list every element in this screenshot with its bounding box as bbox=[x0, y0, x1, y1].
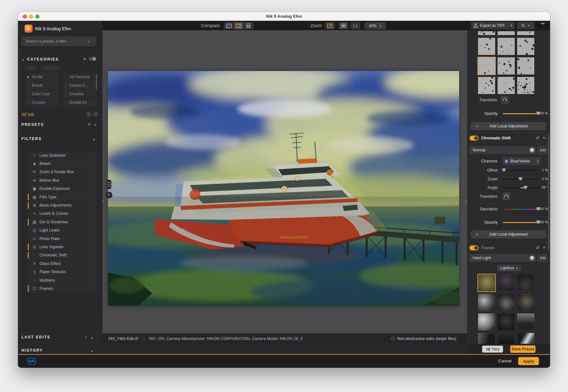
filter-item-film-type[interactable]: ▤Film Type⋮ bbox=[28, 193, 97, 201]
nondestructive-checkbox[interactable] bbox=[391, 337, 395, 341]
kebab-menu-icon[interactable]: ⋮ bbox=[91, 286, 95, 290]
kebab-menu-icon[interactable]: ⋮ bbox=[91, 187, 95, 191]
kebab-menu-icon[interactable]: ⋮ bbox=[55, 75, 59, 79]
category-item[interactable]: ★All Nik⋮ bbox=[25, 73, 60, 81]
kebab-menu-icon[interactable]: ⋮ bbox=[91, 153, 95, 157]
category-scrollbar[interactable] bbox=[96, 74, 97, 90]
search-box[interactable]: ⌕ bbox=[21, 37, 96, 46]
tab-personal[interactable]: Personal bbox=[40, 65, 60, 71]
filter-item-frames[interactable]: ☐Frames⋮ bbox=[28, 284, 97, 293]
history-collapse-icon[interactable]: ▾ bbox=[91, 349, 93, 353]
kebab-menu-icon[interactable]: ⋮ bbox=[55, 92, 59, 96]
control-point[interactable] bbox=[296, 177, 299, 181]
channels-select[interactable]: Blue/Yellow ▲▼ bbox=[503, 158, 541, 165]
apply-button[interactable]: Apply bbox=[518, 357, 539, 365]
filter-item-chromatic-shift[interactable]: ◌Chromatic Shift⋮ bbox=[28, 251, 97, 260]
last-edits-header[interactable]: LAST EDITS bbox=[21, 335, 50, 339]
presets-menu-icon[interactable]: ≡ bbox=[88, 122, 91, 127]
filters-header[interactable]: FILTERS bbox=[21, 137, 42, 141]
dirt-texture-thumbnail[interactable] bbox=[517, 31, 535, 36]
kebab-menu-icon[interactable]: ⋮ bbox=[91, 261, 95, 266]
kebab-menu-icon[interactable]: ⋮ bbox=[91, 203, 95, 208]
kebab-menu-icon[interactable]: ⋮ bbox=[91, 278, 95, 282]
kebab-menu-icon[interactable]: ⋮ bbox=[91, 162, 95, 166]
kebab-menu-icon[interactable]: ⋮ bbox=[91, 253, 95, 257]
frame-thumbnail[interactable] bbox=[497, 313, 515, 331]
frames-blend-amount[interactable]: 100 bbox=[538, 254, 547, 262]
filter-item-glass-effect[interactable]: ‖Glass Effect⋮ bbox=[28, 260, 97, 268]
filter-item-lens-vignette[interactable]: ◎Lens Vignette⋮ bbox=[28, 243, 97, 251]
presets-header[interactable]: PRESETS bbox=[21, 122, 44, 127]
zoom-level-select[interactable]: 40% ▲▼ bbox=[364, 22, 386, 29]
kebab-menu-icon[interactable]: ⋮ bbox=[91, 237, 95, 241]
categories-toggle[interactable] bbox=[89, 57, 96, 61]
dirt-texture-thumbnail[interactable] bbox=[497, 57, 515, 75]
compare-stacked-button[interactable] bbox=[244, 22, 253, 29]
kebab-menu-icon[interactable]: ⋮ bbox=[93, 101, 96, 105]
frame-thumbnail[interactable] bbox=[497, 332, 515, 344]
frames-toggle[interactable] bbox=[470, 245, 479, 250]
kebab-menu-icon[interactable]: ⋮ bbox=[91, 270, 95, 274]
offset-slider[interactable] bbox=[503, 168, 538, 173]
filter-item-bokeh[interactable]: ◈Bokeh⋮ bbox=[28, 160, 97, 168]
reset-filter-icon[interactable]: ↺ bbox=[536, 136, 539, 140]
categories-collapse-icon[interactable]: ▾ bbox=[22, 58, 24, 62]
history-header[interactable]: HISTORY bbox=[21, 348, 43, 353]
export-button[interactable]: Export as TIFF ▼ bbox=[471, 22, 515, 29]
cs-transform-button[interactable] bbox=[503, 193, 510, 200]
chromatic-shift-toggle[interactable] bbox=[470, 136, 479, 141]
kebab-menu-icon[interactable]: ⋮ bbox=[91, 212, 95, 216]
filter-item-levels-curves[interactable]: ∿Levels & Curves⋮ bbox=[28, 210, 97, 218]
presets-collapse-icon[interactable]: ▾ bbox=[94, 123, 96, 127]
category-item[interactable]: ▪Creative⋮ bbox=[62, 90, 98, 98]
dirt-texture-thumbnail[interactable] bbox=[497, 76, 515, 95]
remove-filter-icon[interactable]: × bbox=[543, 135, 545, 140]
add-local-adjustment-button[interactable]: +Add Local Adjustment bbox=[471, 122, 546, 130]
filter-item-zoom-rotate-blur[interactable]: ↻Zoom & Rotate Blur⋮ bbox=[28, 168, 97, 176]
filter-item-basic-adjustments[interactable]: ≣Basic Adjustments⋮ bbox=[28, 201, 97, 209]
collapse-panel-button[interactable]: ⌃ bbox=[540, 23, 545, 28]
remove-filter-icon[interactable]: × bbox=[543, 245, 545, 250]
category-item[interactable]: ▪All Personal⋮ bbox=[62, 73, 98, 81]
dirt-texture-thumbnail[interactable] bbox=[497, 31, 515, 36]
dirt-texture-thumbnail[interactable] bbox=[477, 37, 496, 56]
control-point-selected[interactable] bbox=[282, 186, 287, 191]
kebab-menu-icon[interactable]: ⋮ bbox=[91, 195, 95, 199]
kebab-menu-icon[interactable]: ⋮ bbox=[91, 245, 95, 249]
category-item[interactable]: ▪Bokeh⋮ bbox=[25, 81, 60, 90]
reset-filter-icon[interactable]: ↺ bbox=[536, 245, 539, 250]
dirt-texture-thumbnail[interactable] bbox=[497, 37, 515, 56]
frame-thumbnail[interactable] bbox=[517, 293, 535, 312]
tab-nik[interactable]: Nik bbox=[25, 65, 37, 71]
frame-thumbnail[interactable] bbox=[497, 274, 515, 292]
frame-thumbnail[interactable] bbox=[477, 293, 496, 312]
rotate-tool-icon[interactable]: ↻ bbox=[106, 192, 112, 198]
filter-item-photo-plate[interactable]: ▭Photo Plate⋮ bbox=[28, 235, 97, 243]
zoom-slider[interactable] bbox=[503, 177, 538, 181]
kebab-menu-icon[interactable]: ⋮ bbox=[91, 220, 95, 224]
kebab-menu-icon[interactable]: ⋮ bbox=[93, 92, 96, 96]
vary-button[interactable]: Vary bbox=[482, 346, 503, 353]
compare-side-by-side-button[interactable] bbox=[224, 22, 234, 29]
cs-blend-mode-select[interactable]: Normal ▲▼ bbox=[470, 146, 536, 154]
category-item[interactable]: ▪Color Cast⋮ bbox=[25, 90, 60, 98]
dirt-texture-thumbnail[interactable] bbox=[477, 31, 496, 36]
dirt-texture-thumbnail[interactable] bbox=[517, 76, 535, 95]
dirt-texture-thumbnail[interactable] bbox=[477, 76, 496, 95]
panel-scrollbar[interactable] bbox=[548, 134, 549, 251]
search-input[interactable] bbox=[25, 37, 85, 45]
kebab-menu-icon[interactable]: ⋮ bbox=[55, 101, 59, 105]
filter-item-light-leaks[interactable]: ◲Light Leaks⋮ bbox=[28, 226, 97, 235]
frame-thumbnail[interactable] bbox=[477, 332, 496, 344]
zoom-100-button[interactable]: 1:1 bbox=[351, 22, 360, 29]
frame-thumbnail[interactable] bbox=[517, 332, 535, 344]
kebab-menu-icon[interactable]: ⋮ bbox=[91, 170, 95, 174]
dirt-opacity-slider[interactable] bbox=[503, 111, 538, 116]
dirt-texture-thumbnail[interactable] bbox=[477, 57, 496, 75]
filter-item-dirt-scratches[interactable]: ▨Dirt & Scratches⋮ bbox=[28, 218, 97, 226]
categories-header[interactable]: CATEGORIES bbox=[27, 57, 59, 61]
category-item[interactable]: ▪Custom⋮ bbox=[25, 98, 60, 107]
filter-item-lens-distortion[interactable]: □Lens Distortion⋮ bbox=[28, 151, 97, 160]
category-item[interactable]: ▪Classic C...⋮ bbox=[62, 81, 98, 90]
reset-preset-button[interactable]: ↻ ▼ bbox=[517, 22, 535, 29]
